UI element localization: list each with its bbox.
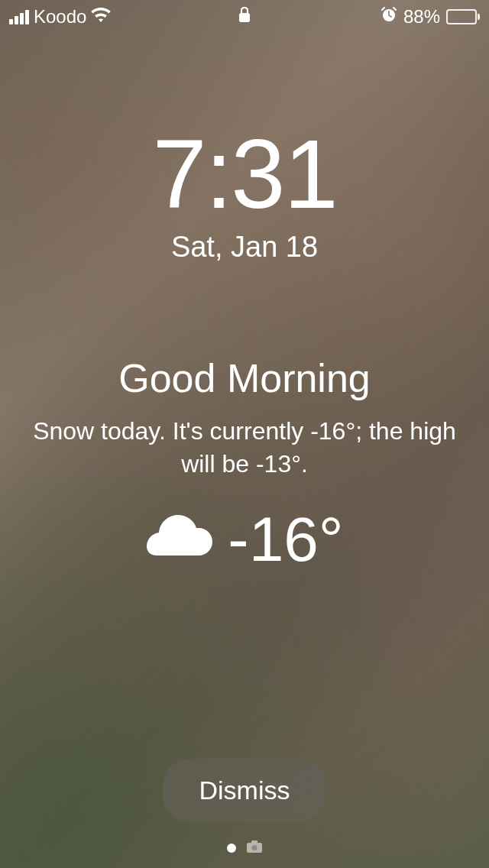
- weather-current: -16°: [31, 504, 458, 575]
- battery-percent-label: 88%: [403, 6, 440, 28]
- carrier-label: Koodo: [34, 6, 86, 28]
- camera-page-icon: [247, 840, 262, 856]
- greeting-label: Good Morning: [31, 355, 458, 401]
- lock-icon: [238, 6, 251, 27]
- wifi-icon: [91, 6, 111, 28]
- status-left: Koodo: [9, 6, 111, 28]
- date-label: Sat, Jan 18: [152, 231, 336, 264]
- svg-rect-3: [251, 840, 257, 844]
- alarm-icon: [381, 6, 397, 28]
- lock-screen-clock: 7:31 Sat, Jan 18: [152, 125, 336, 264]
- page-dot-active: [227, 844, 236, 853]
- dismiss-button[interactable]: Dismiss: [163, 759, 327, 822]
- status-right: 88%: [381, 6, 480, 28]
- page-indicator[interactable]: [227, 840, 262, 856]
- svg-rect-0: [239, 13, 250, 22]
- current-temp-label: -16°: [228, 504, 343, 575]
- battery-icon: [446, 9, 480, 24]
- cloud-icon: [145, 513, 214, 566]
- weather-widget[interactable]: Good Morning Snow today. It's currently …: [0, 355, 489, 575]
- time-label: 7:31: [152, 125, 336, 223]
- signal-strength-icon: [9, 9, 29, 24]
- weather-summary-label: Snow today. It's currently -16°; the hig…: [31, 415, 458, 481]
- status-bar: Koodo: [0, 0, 489, 34]
- svg-point-4: [252, 845, 257, 850]
- status-center: [238, 6, 251, 28]
